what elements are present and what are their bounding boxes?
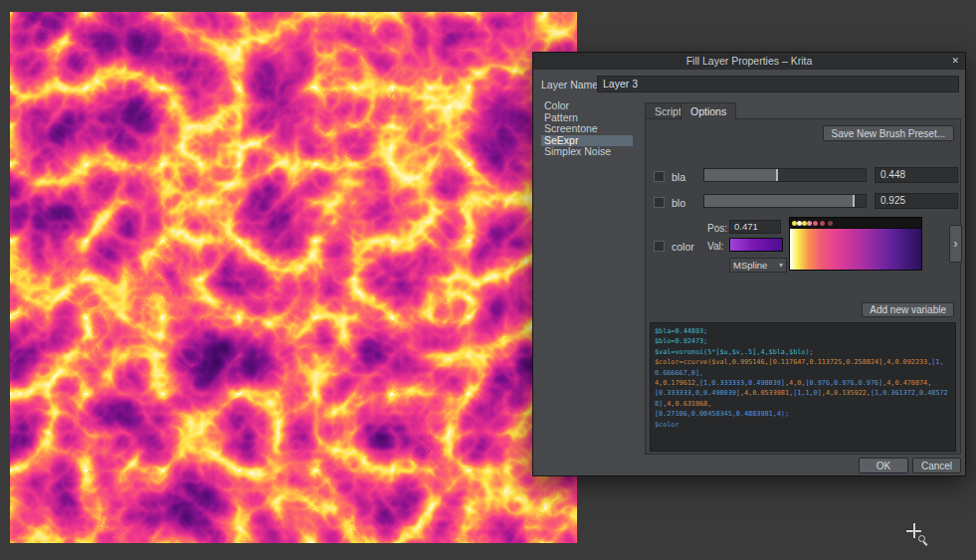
gradient-stop-dot[interactable] bbox=[792, 221, 797, 226]
save-new-brush-preset-button[interactable]: Save New Brush Preset... bbox=[823, 125, 955, 141]
options-panel: Save New Brush Preset... bla 0.448 blo 0… bbox=[645, 118, 961, 455]
layer-name-label: Layer Name: bbox=[541, 79, 601, 91]
generator-list: ColorPatternScreentoneSeExprSimplex Nois… bbox=[541, 100, 633, 158]
ok-button[interactable]: OK bbox=[859, 458, 908, 473]
color-checkbox[interactable] bbox=[654, 241, 665, 252]
noise-image bbox=[10, 12, 577, 543]
code-line: [0.27106,0.00458345,0.4883981,4); bbox=[655, 409, 951, 419]
fill-layer-properties-dialog: Fill Layer Properties – Krita ✕ Layer Na… bbox=[532, 52, 966, 476]
code-line: $bla=0.44803; bbox=[655, 326, 951, 336]
bla-label: bla bbox=[672, 171, 685, 183]
color-gradient-strip[interactable] bbox=[790, 228, 921, 270]
gradient-stops-row[interactable] bbox=[790, 218, 921, 228]
move-cursor-vbar bbox=[913, 523, 915, 538]
zoom-cursor-stem bbox=[923, 541, 928, 546]
zoom-cursor-icon bbox=[918, 535, 929, 546]
layer-name-value: Layer 3 bbox=[603, 78, 638, 90]
canvas-texture bbox=[10, 12, 577, 543]
interpolation-dropdown[interactable]: ▾ MSpline bbox=[729, 258, 787, 273]
gradient-stop-dot[interactable] bbox=[828, 221, 833, 226]
pos-label: Pos: bbox=[707, 223, 727, 234]
generator-item-color[interactable]: Color bbox=[541, 100, 633, 112]
code-line: $blo=0.92473; bbox=[655, 336, 951, 346]
bla-slider-handle[interactable] bbox=[776, 169, 778, 181]
color-label: color bbox=[672, 241, 694, 253]
krita-workspace: { "window": {"title": "Fill Layer Proper… bbox=[0, 0, 976, 560]
gradient-stop-dot[interactable] bbox=[820, 221, 825, 226]
close-icon[interactable]: ✕ bbox=[951, 53, 959, 70]
blo-value-box[interactable]: 0.925 bbox=[875, 193, 958, 209]
code-line: $color=ccurve($val,0.995146,[0.117647,0.… bbox=[655, 357, 951, 378]
tab-options[interactable]: Options bbox=[681, 102, 736, 120]
cancel-button[interactable]: Cancel bbox=[912, 458, 961, 473]
code-line: $color bbox=[655, 420, 951, 430]
add-new-variable-button[interactable]: Add new variable bbox=[862, 302, 954, 317]
dialog-titlebar[interactable]: Fill Layer Properties – Krita ✕ bbox=[533, 53, 965, 70]
blo-slider-fill bbox=[704, 195, 854, 207]
code-line: $val=voronoi(5*[$u,$v,.5],4,$bla,$blo); bbox=[655, 347, 951, 357]
interpolation-value: MSpline bbox=[733, 260, 767, 271]
bla-slider-fill bbox=[704, 169, 777, 181]
expand-arrow-button[interactable]: › bbox=[949, 225, 962, 263]
val-label: Val: bbox=[707, 241, 724, 252]
blo-checkbox[interactable] bbox=[654, 197, 665, 208]
code-line: [0.333333,0,0.498039],4,0.0533981,[1,1,0… bbox=[655, 388, 951, 409]
gradient-stop-dot[interactable] bbox=[813, 221, 818, 226]
generator-item-simplex-noise[interactable]: Simplex Noise bbox=[541, 146, 633, 158]
blo-slider[interactable] bbox=[703, 194, 867, 208]
blo-label: blo bbox=[672, 197, 685, 209]
seexpr-script-editor[interactable]: $bla=0.44803;$blo=0.92473;$val=voronoi(5… bbox=[650, 322, 956, 452]
layer-name-input[interactable]: Layer 3 bbox=[597, 76, 959, 93]
bla-value-box[interactable]: 0.448 bbox=[875, 167, 958, 183]
gradient-stop-dot[interactable] bbox=[802, 221, 807, 226]
bla-slider[interactable] bbox=[703, 168, 867, 182]
chevron-down-icon: ▾ bbox=[779, 259, 783, 272]
code-line: 4,0.179612,[1,0.333333,0.498039],4,0,[0.… bbox=[655, 378, 951, 388]
gradient-stop-dot[interactable] bbox=[807, 221, 812, 226]
color-value-swatch[interactable] bbox=[729, 238, 783, 252]
color-gradient-widget[interactable] bbox=[789, 217, 922, 271]
dialog-title: Fill Layer Properties – Krita bbox=[686, 55, 813, 67]
pos-value-box[interactable]: 0.471 bbox=[729, 220, 781, 234]
generator-item-screentone[interactable]: Screentone bbox=[541, 123, 633, 135]
bla-checkbox[interactable] bbox=[654, 171, 665, 182]
blo-slider-handle[interactable] bbox=[853, 195, 855, 207]
